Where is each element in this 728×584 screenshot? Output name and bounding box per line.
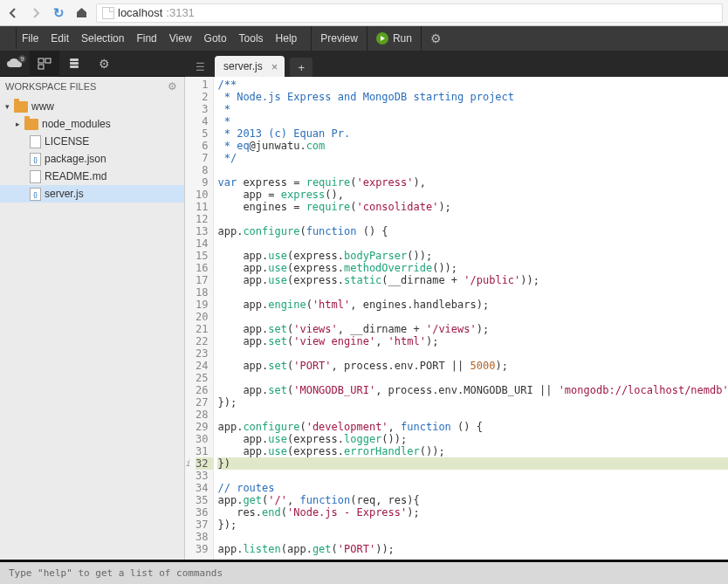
- db-tab[interactable]: [59, 51, 89, 77]
- play-icon: [376, 32, 388, 45]
- preview-label: Preview: [320, 32, 358, 45]
- sidebar-title: WORKSPACE FILES: [5, 81, 96, 92]
- run-label: Run: [393, 32, 412, 45]
- file-tree: ▾ www ▸node_modulesLICENSE{}package.json…: [0, 96, 184, 204]
- close-icon[interactable]: ×: [271, 60, 278, 73]
- tree-label: package.json: [45, 153, 106, 165]
- new-tab-button[interactable]: +: [290, 58, 312, 77]
- nav-forward-button[interactable]: [28, 5, 44, 21]
- sidebar: WORKSPACE FILES ⚙ ▾ www ▸node_modulesLIC…: [0, 77, 185, 560]
- files-tab[interactable]: [30, 51, 59, 77]
- gear-icon: ⚙: [430, 31, 442, 45]
- file-icon: [30, 170, 41, 183]
- chevron-right-icon: ▸: [16, 120, 24, 128]
- settings-button[interactable]: ⚙: [421, 26, 450, 51]
- preview-button[interactable]: Preview: [311, 26, 367, 51]
- cloud-tab[interactable]: 9: [0, 51, 30, 77]
- menu-tools[interactable]: Tools: [239, 32, 264, 45]
- menu-selection[interactable]: Selection: [81, 32, 124, 45]
- tab-list-icon[interactable]: ☰: [192, 58, 208, 77]
- tree-label: www: [31, 100, 54, 113]
- gear-icon[interactable]: ⚙: [168, 80, 177, 93]
- folder-icon: [14, 101, 28, 113]
- url-host: localhost: [118, 6, 162, 19]
- divider: [16, 28, 17, 49]
- prefs-tab[interactable]: ⚙: [89, 51, 119, 77]
- tree-label: node_modules: [42, 118, 111, 130]
- menu-help[interactable]: Help: [276, 32, 298, 45]
- menu-find[interactable]: Find: [136, 32, 156, 45]
- tree-label: LICENSE: [45, 135, 89, 148]
- gear-icon: ⚙: [99, 57, 110, 71]
- svg-rect-4: [70, 62, 79, 65]
- tree-item-package-json[interactable]: {}package.json: [0, 150, 184, 168]
- tree-label: README.md: [45, 170, 106, 182]
- badge-count: 9: [18, 55, 26, 63]
- svg-rect-2: [38, 65, 44, 69]
- app-menubar: FileEditSelectionFindViewGotoToolsHelp P…: [0, 26, 728, 51]
- nav-back-button[interactable]: [5, 5, 21, 21]
- command-hint: Type "help" to get a list of commands: [9, 567, 223, 579]
- tree-item-README-md[interactable]: README.md: [0, 168, 184, 185]
- url-port: :3131: [166, 6, 195, 19]
- menu-edit[interactable]: Edit: [51, 32, 69, 45]
- browser-toolbar: ↻ localhost:3131: [0, 0, 728, 26]
- code-content[interactable]: /** * Node.js Express and MongoDB starti…: [214, 77, 728, 560]
- code-area[interactable]: i 12345678910111213141516171819202122232…: [185, 77, 728, 560]
- line-gutter: 1234567891011121314151617181920212223242…: [190, 77, 214, 560]
- svg-rect-5: [70, 65, 79, 68]
- menu-file[interactable]: File: [22, 32, 38, 45]
- editor-tabs: ☰ server.js × +: [185, 51, 728, 77]
- tree-item-server-js[interactable]: {}server.js: [0, 185, 184, 203]
- run-button[interactable]: Run: [367, 26, 421, 51]
- file-icon: {}: [30, 153, 41, 166]
- file-icon: {}: [30, 188, 41, 201]
- nav-home-button[interactable]: [73, 5, 89, 21]
- menu-list: FileEditSelectionFindViewGotoToolsHelp: [22, 32, 297, 45]
- tree-item-LICENSE[interactable]: LICENSE: [0, 133, 184, 150]
- editor-pane: i 12345678910111213141516171819202122232…: [185, 77, 728, 560]
- menu-goto[interactable]: Goto: [204, 32, 227, 45]
- sidebar-header: WORKSPACE FILES ⚙: [0, 77, 184, 96]
- svg-rect-1: [45, 58, 51, 63]
- svg-rect-3: [70, 58, 79, 61]
- chevron-down-icon: ▾: [5, 102, 14, 111]
- icon-row: 9 ⚙ ☰ server.js × +: [0, 51, 728, 77]
- tab-server-js[interactable]: server.js ×: [215, 56, 285, 77]
- tree-item-node_modules[interactable]: ▸node_modules: [0, 115, 184, 133]
- tab-label: server.js: [223, 60, 263, 72]
- svg-rect-0: [38, 58, 44, 63]
- file-icon: [30, 135, 41, 148]
- nav-reload-button[interactable]: ↻: [51, 5, 66, 21]
- main-area: WORKSPACE FILES ⚙ ▾ www ▸node_modulesLIC…: [0, 77, 728, 560]
- page-icon: [102, 7, 114, 19]
- menu-view[interactable]: View: [169, 32, 192, 45]
- tree-folder-www[interactable]: ▾ www: [0, 98, 184, 115]
- folder-icon: [24, 119, 38, 130]
- command-bar[interactable]: Type "help" to get a list of commands: [0, 560, 728, 584]
- toolbar-right: Preview Run ⚙: [311, 26, 450, 51]
- url-bar[interactable]: localhost:3131: [96, 3, 723, 23]
- tree-label: server.js: [45, 188, 84, 200]
